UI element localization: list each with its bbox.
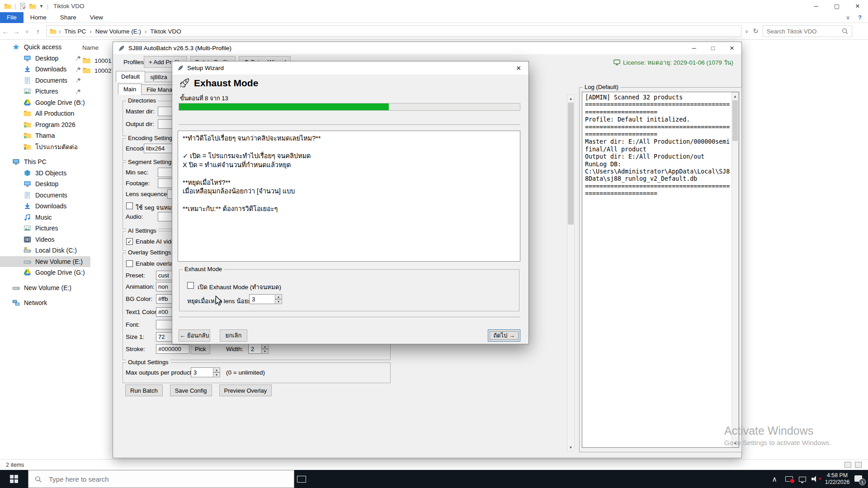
properties-icon[interactable] xyxy=(19,3,26,9)
display-notification-icon[interactable] xyxy=(783,470,795,488)
log-scrollbar[interactable]: ▲ ▼ xyxy=(731,92,739,447)
sidebar-item-downloads[interactable]: Downloads xyxy=(0,64,90,75)
action-button[interactable]: Save Config xyxy=(170,385,212,396)
up-icon[interactable]: ↑ xyxy=(33,28,43,35)
form-scrollbar[interactable]: ▲ ▼ xyxy=(567,94,575,451)
sidebar-item-documents[interactable]: Documents xyxy=(0,75,90,86)
min-sec-label: Min sec: xyxy=(126,169,148,176)
breadcrumb-segment[interactable]: This PC xyxy=(62,28,88,35)
log-line: Output dir: E:/All Production/out xyxy=(585,153,738,160)
sidebar-item-desktop[interactable]: Desktop xyxy=(0,178,90,190)
help-icon[interactable]: ? xyxy=(858,14,862,21)
exhaust-mode-checkbox[interactable] xyxy=(187,282,194,289)
scroll-up-icon[interactable]: ▲ xyxy=(567,95,574,102)
view-tab-main[interactable]: Main xyxy=(118,84,142,95)
menu-tab-view[interactable]: View xyxy=(83,12,110,23)
minimize-button[interactable]: ─ xyxy=(684,42,703,54)
sidebar-item-new-volume-e-[interactable]: New Volume (E:) xyxy=(0,282,90,294)
spinner-arrows[interactable]: ▲▼ xyxy=(213,367,220,377)
pick-color-button[interactable]: Pick xyxy=(191,344,210,354)
action-button[interactable]: Run Batch xyxy=(125,385,163,396)
sidebar-item-downloads[interactable]: Downloads xyxy=(0,201,90,212)
max-outputs-spinner[interactable]: 3 ▲▼ xyxy=(191,367,220,377)
volume-muted-icon[interactable]: × xyxy=(810,470,822,488)
explorer-search[interactable] xyxy=(763,25,852,37)
seg-checkbox[interactable] xyxy=(126,202,133,209)
new-folder-icon[interactable] xyxy=(29,3,36,9)
close-icon[interactable]: ✕ xyxy=(509,61,528,75)
sidebar-item-videos[interactable]: Videos xyxy=(0,234,90,245)
sidebar-item-new-volume-e-[interactable]: New Volume (E:) xyxy=(0,256,90,267)
sidebar-item-program-2026[interactable]: Program 2026 xyxy=(0,119,90,131)
sidebar-item-desktop[interactable]: Desktop xyxy=(0,53,90,64)
sidebar-item-thama[interactable]: Thama xyxy=(0,130,90,141)
forward-icon[interactable]: → xyxy=(11,28,22,35)
close-button[interactable]: ✕ xyxy=(847,0,868,12)
close-button[interactable]: ✕ xyxy=(722,42,741,54)
details-view-icon[interactable] xyxy=(844,462,851,468)
action-center-icon[interactable]: 1 xyxy=(853,470,865,488)
spinner-arrows[interactable]: ▲▼ xyxy=(261,344,269,354)
animation-label: Animation: xyxy=(126,283,155,290)
taskbar-search[interactable] xyxy=(28,470,294,488)
sidebar-item-documents[interactable]: Documents xyxy=(0,190,90,201)
minimize-button[interactable]: ─ xyxy=(806,0,826,12)
taskbar-search-input[interactable] xyxy=(49,475,288,483)
customize-toolbar-icon[interactable]: ▼ xyxy=(39,4,44,9)
explorer-search-input[interactable] xyxy=(767,28,839,35)
sidebar-item-music[interactable]: Music xyxy=(0,212,90,223)
address-dropdown-icon[interactable]: ∨ xyxy=(745,29,748,34)
menu-tab-file[interactable]: File xyxy=(0,12,24,23)
recent-locations-icon[interactable]: ∨ xyxy=(22,29,33,34)
enable-overlay-checkbox[interactable] xyxy=(126,260,133,267)
back-button[interactable]: ← ย้อนกลับ xyxy=(179,329,210,342)
expand-ribbon-icon[interactable]: ∨ xyxy=(846,14,850,21)
stroke-width-spinner[interactable]: 2 ▲▼ xyxy=(248,344,269,354)
scroll-down-icon[interactable]: ▼ xyxy=(732,440,738,447)
stroke-width-value[interactable]: 2 xyxy=(248,344,262,354)
breadcrumb[interactable]: ›This PC›New Volume (E:)›Tiktok VDO xyxy=(46,25,741,37)
scrollbar-thumb[interactable] xyxy=(568,103,574,225)
next-button[interactable]: ถัดไป → xyxy=(488,329,520,342)
menu-tab-home[interactable]: Home xyxy=(24,12,53,23)
thumbnails-view-icon[interactable] xyxy=(855,462,862,468)
enable-ai-checkbox[interactable]: ✓ xyxy=(126,238,133,245)
action-button[interactable]: Preview Overlay xyxy=(219,385,272,396)
maximize-button[interactable]: □ xyxy=(703,42,722,54)
sidebar-item-pictures[interactable]: Pictures xyxy=(0,223,90,234)
sidebar-item-this-pc[interactable]: This PC xyxy=(0,156,90,168)
sidebar-item-quick-access[interactable]: Quick access xyxy=(0,42,90,53)
sidebar-item-google-drive-g-[interactable]: Google Drive (G:) xyxy=(0,97,90,108)
log-line: ======================================== xyxy=(585,183,738,190)
refresh-icon[interactable]: ↻ xyxy=(753,27,759,35)
network-icon[interactable] xyxy=(797,470,808,488)
scrollbar-thumb[interactable] xyxy=(732,100,738,141)
spinner-arrows[interactable]: ▲▼ xyxy=(275,294,282,304)
tray-expand-icon[interactable]: ∧ xyxy=(769,470,779,488)
breadcrumb-segment[interactable]: New Volume (E:) xyxy=(93,28,143,35)
sidebar-item-local-disk-c-[interactable]: Local Disk (C:) xyxy=(0,245,90,256)
sidebar-item-all-production[interactable]: All Production xyxy=(0,108,90,119)
sidebar-item-pictures[interactable]: Pictures xyxy=(0,86,90,97)
profile-tab-default[interactable]: Default xyxy=(116,71,145,82)
maximize-button[interactable]: ▢ xyxy=(826,0,847,12)
start-button[interactable] xyxy=(0,470,28,488)
cancel-button[interactable]: ยกเลิก xyxy=(220,329,247,342)
max-outputs-value[interactable]: 3 xyxy=(191,367,213,377)
search-icon[interactable] xyxy=(842,28,848,34)
lens-threshold-spinner[interactable]: 3 ▲▼ xyxy=(249,294,282,304)
scroll-up-icon[interactable]: ▲ xyxy=(732,93,738,100)
taskbar-clock[interactable]: 4:58 PM 1/22/2026 xyxy=(823,470,852,488)
stroke-color-field[interactable]: #000000 xyxy=(156,344,189,354)
sidebar-item-network[interactable]: Network xyxy=(0,297,90,309)
menu-tab-share[interactable]: Share xyxy=(53,12,83,23)
taskbar-task-view[interactable] xyxy=(295,470,307,488)
profile-tab-sj88za[interactable]: sj88za xyxy=(145,72,173,82)
sidebar-item-google-drive-g-[interactable]: Google Drive (G:) xyxy=(0,267,90,278)
back-icon[interactable]: ← xyxy=(0,28,11,35)
scroll-down-icon[interactable]: ▼ xyxy=(567,444,574,451)
lens-threshold-value[interactable]: 3 xyxy=(249,294,275,304)
sidebar-item-3d-objects[interactable]: 3D Objects xyxy=(0,168,90,179)
sidebar-item-โปรแกรมตัดต่อ[interactable]: โปรแกรมตัดต่อ xyxy=(0,141,90,153)
breadcrumb-segment[interactable]: Tiktok VDO xyxy=(148,28,184,35)
